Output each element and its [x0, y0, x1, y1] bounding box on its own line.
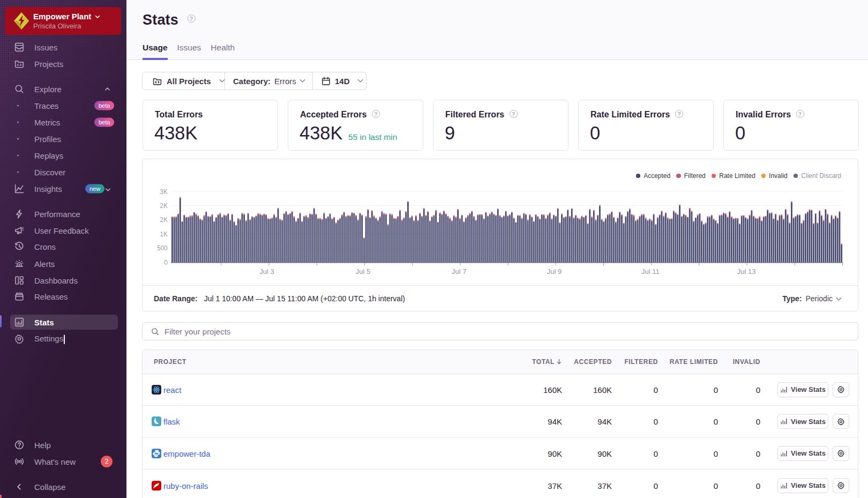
- svg-text:0: 0: [164, 259, 168, 266]
- svg-text:500: 500: [157, 244, 168, 252]
- svg-text:Jul 7: Jul 7: [452, 267, 466, 276]
- svg-text:2K: 2K: [160, 216, 168, 224]
- svg-text:1K: 1K: [160, 231, 168, 238]
- svg-text:2K: 2K: [160, 202, 168, 210]
- svg-text:Jul 5: Jul 5: [356, 267, 370, 276]
- svg-text:3K: 3K: [160, 188, 168, 196]
- svg-text:Jul 9: Jul 9: [547, 267, 562, 276]
- svg-text:Jul 13: Jul 13: [737, 267, 756, 276]
- svg-text:Jul 3: Jul 3: [259, 267, 274, 276]
- svg-text:Jul 11: Jul 11: [641, 267, 660, 276]
